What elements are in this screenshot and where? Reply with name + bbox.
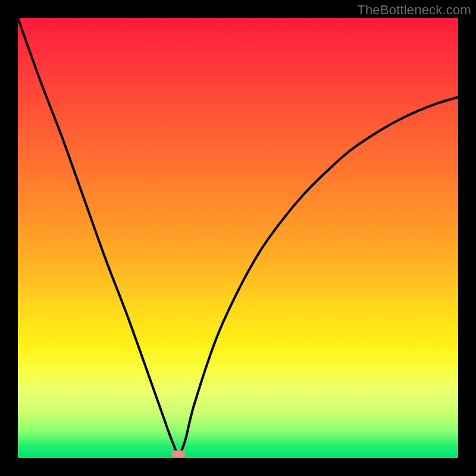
chart-frame: TheBottleneck.com: [0, 0, 476, 476]
plot-area: [18, 18, 458, 458]
watermark-text: TheBottleneck.com: [357, 2, 471, 18]
optimum-marker: [172, 450, 185, 458]
bottleneck-curve: [18, 18, 458, 458]
